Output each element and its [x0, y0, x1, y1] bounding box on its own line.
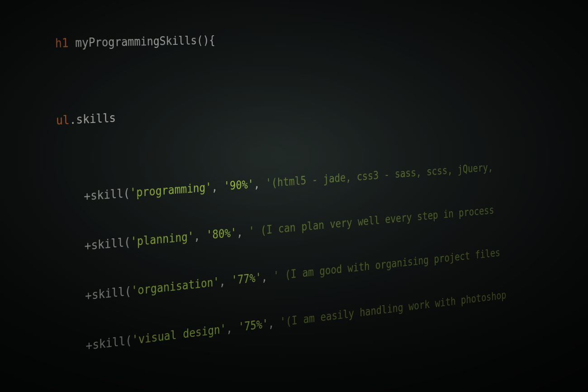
code-line[interactable]: +skill('programming', '90%', '(html5 - j…: [29, 157, 503, 212]
code-editor-viewport[interactable]: h1 myProgrammingSkills(){ ul.skills +ski…: [27, 0, 523, 392]
string-token: ' (I can plan very well every step in pr…: [248, 204, 494, 238]
string-token: ' (I am good with organising project fil…: [273, 246, 500, 283]
string-token: 'visual design': [132, 322, 226, 347]
string-token: 'planning': [130, 230, 194, 249]
string-token: 'organisation': [131, 275, 219, 298]
mixin-token: +skill: [85, 236, 124, 253]
string-token: '75%': [238, 317, 269, 334]
tag-token: h1: [55, 36, 69, 50]
string-token: '(html5 - jade, css3 - sass, scss, jQuer…: [266, 161, 493, 190]
string-token: 'programming': [130, 180, 212, 199]
mixin-token: +skill: [85, 334, 125, 353]
string-token: '77%': [231, 271, 261, 287]
tag-token: ul: [56, 113, 70, 128]
mixin-token: +skill: [84, 187, 123, 203]
string-token: '80%': [206, 226, 237, 242]
code-line[interactable]: h1 myProgrammingSkills(){: [28, 25, 499, 55]
code-line[interactable]: ul.skills: [28, 91, 501, 133]
string-token: '90%': [223, 178, 254, 193]
code-line[interactable]: h1(style="margin: 0") }: [32, 353, 508, 392]
string-token: '(I am easily handling work with photosh…: [280, 289, 507, 329]
class-token: .skills: [69, 111, 116, 127]
code-text: myProgrammingSkills(){: [68, 33, 215, 50]
mixin-token: +skill: [85, 285, 125, 303]
